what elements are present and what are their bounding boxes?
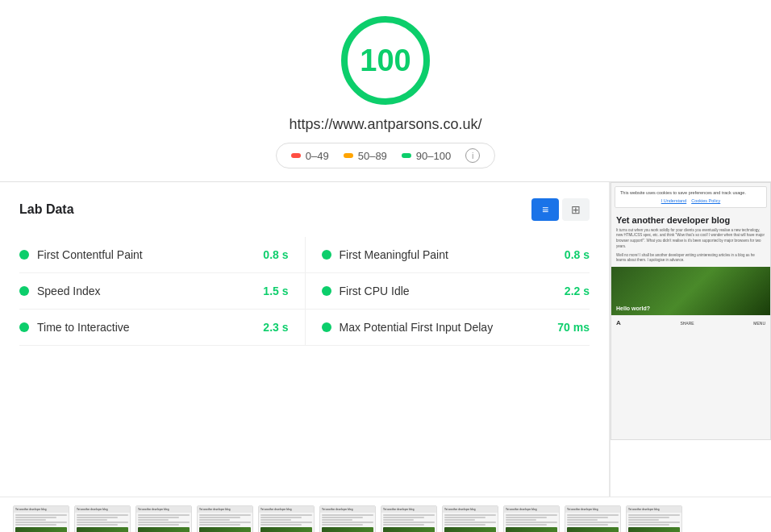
info-icon[interactable]: i [465, 148, 480, 163]
lab-header: Lab Data ≡ ⊞ [19, 198, 590, 221]
lab-panel: Lab Data ≡ ⊞ First Contentful Paint 0.8 … [0, 182, 610, 497]
lab-title: Lab Data [19, 202, 74, 217]
metric-item-mpfid: Max Potential First Input Delay 70 ms [305, 310, 590, 346]
legend-item-green: 90–100 [402, 150, 451, 162]
metric-dot-fci [322, 286, 331, 296]
cookie-understand-link[interactable]: I Understand [661, 198, 687, 205]
score-circle: 100 [341, 16, 430, 105]
metric-item-fcp: First Contentful Paint 0.8 s [19, 237, 305, 273]
thumb-body-7 [381, 513, 436, 532]
metric-value-fci: 2.2 s [565, 285, 590, 297]
metric-dot-mpfid [322, 322, 331, 332]
metric-item-fci: First CPU Idle 2.2 s [305, 273, 590, 310]
preview-green-block: Hello world? [611, 267, 770, 315]
metric-name-tti: Time to Interactive [37, 321, 255, 334]
thumb-header-7: Yet another developer blog [381, 506, 436, 513]
thumb-body-11 [627, 513, 681, 532]
thumbnail-8[interactable]: Yet another developer blog [442, 505, 498, 532]
thumbnail-10[interactable]: Yet another developer blog [565, 505, 621, 532]
preview-footer: A SHARE MENU [611, 315, 770, 330]
metric-dot-fmp [322, 250, 331, 260]
legend-label-red: 0–49 [306, 150, 329, 162]
thumb-body-2 [75, 513, 130, 532]
preview-site-title: Yet another developer blog [611, 211, 770, 227]
cookie-links: I Understand Cookies Policy [620, 198, 761, 205]
metric-value-si: 1.5 s [263, 285, 288, 297]
thumbnail-6[interactable]: Yet another developer blog [319, 505, 376, 532]
thumbnails-strip: Yet another developer blog Yet another d… [0, 497, 771, 532]
thumbnail-3[interactable]: Yet another developer blog [135, 505, 192, 532]
preview-body-text2: Well no more! I shall be another develop… [611, 253, 770, 264]
toggle-grid-button[interactable]: ⊞ [562, 198, 590, 221]
thumbnail-9[interactable]: Yet another developer blog [503, 505, 560, 532]
metric-name-fmp: First Meaningful Paint [340, 248, 556, 261]
thumb-header-2: Yet another developer blog [75, 506, 130, 513]
view-toggle: ≡ ⊞ [531, 198, 590, 221]
legend: 0–49 50–89 90–100 i [276, 143, 495, 168]
thumb-body-4 [198, 513, 252, 532]
cookie-text: This website uses cookies to save prefer… [620, 190, 761, 197]
thumbnail-1[interactable]: Yet another developer blog [13, 505, 69, 532]
metric-dot-tti [19, 322, 29, 332]
thumbnail-2[interactable]: Yet another developer blog [74, 505, 131, 532]
metric-value-mpfid: 70 ms [557, 321, 590, 334]
thumb-header-10: Yet another developer blog [565, 506, 620, 513]
metric-item-tti: Time to Interactive 2.3 s [19, 310, 305, 346]
thumb-body-5 [259, 513, 314, 532]
thumb-body-6 [320, 513, 375, 532]
metric-item-fmp: First Meaningful Paint 0.8 s [305, 237, 590, 273]
metric-name-fci: First CPU Idle [340, 285, 556, 297]
preview-panel: This website uses cookies to save prefer… [610, 182, 771, 497]
browser-preview: This website uses cookies to save prefer… [611, 182, 771, 440]
thumb-header-11: Yet another developer blog [627, 506, 681, 513]
preview-logo: A [616, 319, 621, 327]
thumb-body-8 [443, 513, 498, 532]
thumb-body-1 [14, 513, 69, 532]
metric-name-fcp: First Contentful Paint [37, 248, 255, 261]
thumbnail-7[interactable]: Yet another developer blog [381, 505, 437, 532]
metric-value-fcp: 0.8 s [263, 248, 288, 261]
thumb-header-6: Yet another developer blog [320, 506, 375, 513]
top-section: 100 https://www.antparsons.co.uk/ 0–49 5… [0, 0, 771, 181]
preview-green-label: Hello world? [616, 305, 650, 312]
thumb-header-4: Yet another developer blog [198, 506, 252, 513]
legend-item-orange: 50–89 [344, 150, 387, 162]
toggle-list-button[interactable]: ≡ [531, 198, 559, 221]
preview-share[interactable]: SHARE [680, 321, 694, 326]
legend-dot-orange [344, 153, 353, 158]
metrics-grid: First Contentful Paint 0.8 s First Meani… [19, 237, 590, 346]
metric-name-si: Speed Index [37, 285, 255, 297]
metric-value-fmp: 0.8 s [565, 248, 590, 261]
score-value: 100 [360, 44, 411, 78]
thumb-header-3: Yet another developer blog [136, 506, 191, 513]
main-content: Lab Data ≡ ⊞ First Contentful Paint 0.8 … [0, 182, 771, 497]
cookie-bar: This website uses cookies to save prefer… [615, 186, 767, 208]
thumbnail-4[interactable]: Yet another developer blog [197, 505, 253, 532]
thumbnail-11[interactable]: Yet another developer blog [626, 505, 682, 532]
legend-label-orange: 50–89 [358, 150, 387, 162]
metric-item-si: Speed Index 1.5 s [19, 273, 305, 310]
metric-value-tti: 2.3 s [263, 321, 288, 334]
thumb-header-1: Yet another developer blog [14, 506, 69, 513]
metric-name-mpfid: Max Potential First Input Delay [340, 321, 550, 334]
thumb-body-9 [504, 513, 559, 532]
metric-dot-fcp [19, 250, 29, 260]
legend-dot-red [291, 153, 301, 158]
thumb-header-9: Yet another developer blog [504, 506, 559, 513]
preview-menu[interactable]: MENU [753, 321, 765, 326]
metric-dot-si [19, 286, 29, 296]
thumbnail-5[interactable]: Yet another developer blog [258, 505, 315, 532]
thumb-body-3 [136, 513, 191, 532]
cookie-policy-link[interactable]: Cookies Policy [691, 198, 720, 205]
thumb-header-5: Yet another developer blog [259, 506, 314, 513]
site-url[interactable]: https://www.antparsons.co.uk/ [289, 116, 481, 133]
legend-item-red: 0–49 [291, 150, 329, 162]
thumb-header-8: Yet another developer blog [443, 506, 498, 513]
legend-dot-green [402, 153, 411, 158]
legend-label-green: 90–100 [416, 150, 451, 162]
thumb-body-10 [565, 513, 620, 532]
preview-body-text1: It turns out when you work solidly for y… [611, 228, 770, 250]
